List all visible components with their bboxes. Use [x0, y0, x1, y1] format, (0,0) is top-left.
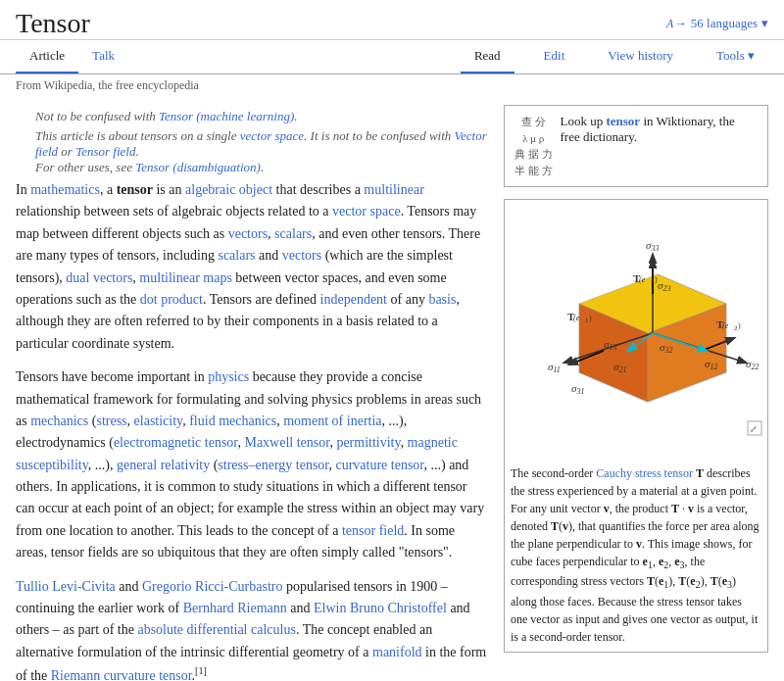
link-multilinear[interactable]: multilinear [364, 182, 423, 197]
link-vectors2[interactable]: vectors [282, 248, 321, 263]
link-ricci[interactable]: Gregorio Ricci-Curbastro [142, 579, 282, 594]
link-independent[interactable]: independent [320, 292, 387, 307]
intro-p1: In mathematics, a tensor is an algebraic… [16, 179, 488, 355]
hatnote-link-1[interactable]: Tensor (machine learning) [159, 109, 294, 123]
link-manifold[interactable]: manifold [372, 645, 422, 659]
lang-count: 56 languages [691, 16, 758, 31]
svg-text:⤢: ⤢ [750, 424, 758, 434]
hatnote-1: Not to be confused with Tensor (machine … [35, 109, 488, 124]
hatnote-link-vector-space[interactable]: vector space [240, 128, 304, 143]
link-cauchy-stress[interactable]: Cauchy stress tensor [596, 466, 693, 480]
link-dot-product[interactable]: dot product [140, 292, 203, 307]
wiktionary-link[interactable]: tensor [606, 114, 640, 128]
link-levi-civita[interactable]: Tullio Levi-Civita [16, 579, 116, 594]
hatnote-link-disambiguation[interactable]: Tensor (disambiguation) [135, 160, 261, 174]
wiktionary-icon: 查 分λ μ ρ典 据 力半 能 方 [514, 114, 553, 178]
tab-talk[interactable]: Talk [78, 40, 128, 73]
svg-text:σ31: σ31 [571, 382, 584, 396]
link-scalars[interactable]: scalars [274, 226, 312, 241]
svg-text:σ11: σ11 [548, 361, 561, 374]
link-riemann[interactable]: Bernhard Riemann [183, 601, 287, 615]
tensor-diagram: σ33 σ22 σ11 σ23 σ13 σ32 σ12 σ21 σ31 T (e… [511, 206, 763, 459]
svg-text:(e: (e [639, 275, 646, 284]
link-dual-vectors[interactable]: dual vectors [66, 270, 132, 285]
link-maxwell-tensor[interactable]: Maxwell tensor [244, 435, 329, 450]
link-stress-energy[interactable]: stress–energy tensor [218, 458, 328, 472]
figure-caption: The second-order Cauchy stress tensor T … [511, 464, 761, 646]
link-multilinear-maps[interactable]: multilinear maps [139, 270, 231, 285]
tab-tools[interactable]: Tools ▾ [703, 40, 768, 73]
svg-text:σ22: σ22 [746, 358, 759, 371]
page-title: Tensor [16, 8, 90, 39]
link-abs-diff-calc[interactable]: absolute differential calculus [137, 622, 295, 637]
link-basis[interactable]: basis [428, 292, 456, 307]
tensor-figure: σ33 σ22 σ11 σ23 σ13 σ32 σ12 σ21 σ31 T (e… [504, 199, 768, 653]
svg-text:): ) [589, 314, 592, 322]
link-elasticity[interactable]: elasticity [134, 413, 183, 428]
chevron-down-icon: ▾ [761, 16, 768, 31]
link-physics[interactable]: physics [208, 369, 249, 384]
link-algebraic-object[interactable]: algebraic object [185, 182, 272, 197]
link-stress[interactable]: stress [96, 413, 126, 428]
from-wikipedia: From Wikipedia, the free encyclopedia [0, 74, 784, 97]
wiktionary-text: Look up tensor in Wiktionary, the free d… [561, 114, 759, 145]
tab-edit[interactable]: Edit [530, 40, 579, 73]
svg-text:): ) [738, 321, 741, 330]
translate-icon: 𝐴→ [666, 16, 687, 31]
link-permittivity[interactable]: permittivity [336, 435, 400, 450]
link-gen-rel[interactable]: general relativity [117, 458, 210, 472]
intro-p3: Tullio Levi-Civita and Gregorio Ricci-Cu… [16, 576, 488, 681]
link-vectors[interactable]: vectors [228, 226, 268, 241]
hatnote-link-tensor-field[interactable]: Tensor field [75, 144, 135, 159]
link-moment-inertia[interactable]: moment of inertia [283, 413, 381, 428]
link-fluid-mechanics[interactable]: fluid mechanics [189, 413, 276, 428]
link-mechanics[interactable]: mechanics [30, 413, 88, 428]
svg-text:): ) [655, 275, 658, 284]
main-content: Not to be confused with Tensor (machine … [16, 105, 488, 681]
svg-text:(e: (e [573, 314, 580, 322]
link-curvature-tensor[interactable]: curvature tensor [335, 458, 423, 472]
language-button[interactable]: 𝐴→ 56 languages ▾ [666, 16, 768, 31]
svg-text:(e: (e [722, 321, 729, 330]
hatnote-2: This article is about tensors on a singl… [35, 128, 488, 175]
link-em-tensor[interactable]: electromagnetic tensor [114, 435, 238, 450]
sidebar: 查 分λ μ ρ典 据 力半 能 方 Look up tensor in Wik… [504, 105, 768, 681]
tab-article[interactable]: Article [16, 40, 78, 73]
tab-view-history[interactable]: View history [594, 40, 687, 73]
link-riemann-curvature[interactable]: Riemann curvature tensor [51, 668, 192, 681]
tab-read[interactable]: Read [461, 40, 514, 73]
link-tensor-field[interactable]: tensor field [342, 523, 404, 538]
wiktionary-box: 查 分λ μ ρ典 据 力半 能 方 Look up tensor in Wik… [504, 105, 768, 187]
link-mathematics[interactable]: mathematics [30, 182, 100, 197]
tabs-bar: Article Talk Read Edit View history Tool… [0, 40, 784, 74]
link-christoffel[interactable]: Elwin Bruno Christoffel [314, 601, 447, 615]
link-scalars2[interactable]: scalars [218, 248, 255, 263]
intro-p2: Tensors have become important in physics… [16, 366, 488, 564]
svg-text:σ33: σ33 [646, 239, 659, 253]
link-vector-space[interactable]: vector space [332, 204, 401, 219]
